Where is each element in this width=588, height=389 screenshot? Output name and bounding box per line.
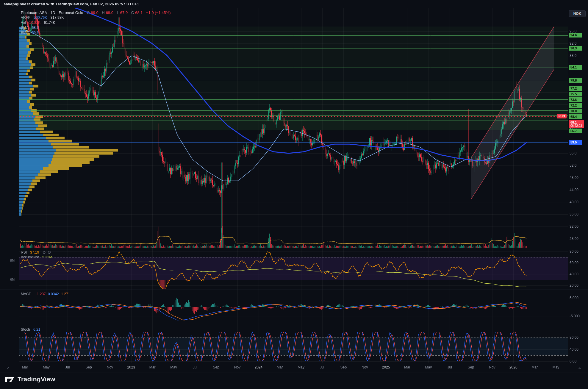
time-label-May-25: May <box>553 365 559 369</box>
time-label-May-19: May <box>425 365 432 369</box>
corner-hint-a[interactable]: A <box>578 366 581 370</box>
time-label-Mar-12: Mar <box>277 365 283 369</box>
footer: TradingView <box>5 376 55 383</box>
time-label-May-7: May <box>170 365 177 369</box>
tradingview-app: savepiginvest created with TradingView.c… <box>0 0 588 389</box>
time-label-2024-11: 2024 <box>255 365 263 369</box>
time-label-Jul-14: Jul <box>320 365 324 369</box>
time-label-Nov-22: Nov <box>489 365 495 369</box>
time-label-Sep-3: Sep <box>85 365 92 369</box>
time-label-Sep-21: Sep <box>468 365 474 369</box>
time-label-May-13: May <box>298 365 304 369</box>
time-label-Jul-2: Jul <box>65 365 70 369</box>
time-label-2023-5: 2023 <box>127 365 135 369</box>
tradingview-logo-icon <box>5 376 15 383</box>
time-label-May-1: May <box>43 365 50 369</box>
time-axis[interactable]: MarMayJulSepNov2023MarMayJulSepNov2024Ma… <box>0 0 588 389</box>
time-label-Mar-18: Mar <box>404 365 410 369</box>
time-label-Jul-8: Jul <box>193 365 197 369</box>
tradingview-logo-text: TradingView <box>18 376 55 383</box>
time-label-Jul-20: Jul <box>448 365 452 369</box>
time-label-Mar-6: Mar <box>149 365 156 369</box>
time-label-Sep-9: Sep <box>213 365 219 369</box>
corner-hint-z[interactable]: Z <box>7 366 9 370</box>
time-label-Mar-0: Mar <box>22 365 28 369</box>
time-label-Nov-10: Nov <box>234 365 240 369</box>
time-label-2026-23: 2026 <box>509 365 517 369</box>
time-label-Sep-15: Sep <box>340 365 347 369</box>
time-label-Nov-16: Nov <box>362 365 368 369</box>
time-label-2025-17: 2025 <box>382 365 390 369</box>
time-label-Nov-4: Nov <box>107 365 113 369</box>
time-label-Mar-24: Mar <box>531 365 538 369</box>
